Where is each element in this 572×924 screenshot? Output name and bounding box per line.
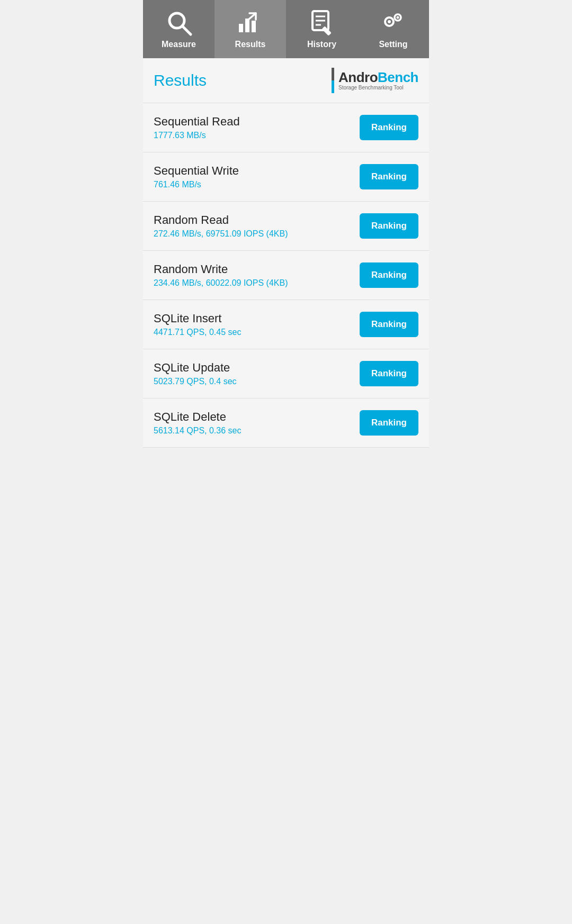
brand-bench: Bench (378, 69, 418, 85)
measure-icon (165, 9, 193, 37)
brand-name: AndroBench (338, 70, 418, 84)
result-value: 272.46 MB/s, 69751.09 IOPS (4KB) (154, 229, 360, 239)
ranking-button[interactable]: Ranking (360, 410, 418, 436)
result-value: 761.46 MB/s (154, 180, 360, 189)
result-value: 5023.79 QPS, 0.4 sec (154, 377, 360, 386)
svg-rect-3 (245, 19, 249, 32)
ranking-button[interactable]: Ranking (360, 213, 418, 239)
result-info: Random Read 272.46 MB/s, 69751.09 IOPS (… (154, 213, 360, 239)
result-value: 234.46 MB/s, 60022.09 IOPS (4KB) (154, 278, 360, 288)
result-name: SQLite Update (154, 361, 360, 375)
svg-line-5 (248, 13, 256, 20)
nav-item-measure[interactable]: Measure (143, 0, 215, 58)
history-icon (308, 9, 336, 37)
brand-bar-icon (332, 68, 334, 93)
svg-point-12 (388, 20, 391, 23)
ranking-button[interactable]: Ranking (360, 164, 418, 189)
page-title: Results (154, 71, 207, 89)
nav-item-results[interactable]: Results (215, 0, 286, 58)
svg-rect-2 (239, 24, 243, 32)
nav-label-results: Results (235, 40, 266, 49)
result-list: Sequential Read 1777.63 MB/s Ranking Seq… (143, 103, 429, 448)
result-name: SQLite Insert (154, 312, 360, 325)
result-name: Random Read (154, 213, 360, 227)
result-row: Sequential Read 1777.63 MB/s Ranking (143, 103, 429, 152)
result-name: Sequential Write (154, 164, 360, 178)
svg-point-14 (396, 16, 399, 19)
result-value: 4471.71 QPS, 0.45 sec (154, 328, 360, 337)
result-info: Sequential Write 761.46 MB/s (154, 164, 360, 189)
result-info: Sequential Read 1777.63 MB/s (154, 115, 360, 140)
results-header: Results AndroBench Storage Benchmarking … (143, 58, 429, 103)
result-row: SQLite Delete 5613.14 QPS, 0.36 sec Rank… (143, 398, 429, 448)
results-icon (237, 9, 264, 37)
top-nav: Measure Results History (143, 0, 429, 58)
result-info: SQLite Delete 5613.14 QPS, 0.36 sec (154, 410, 360, 436)
ranking-button[interactable]: Ranking (360, 115, 418, 140)
setting-icon (380, 9, 407, 37)
svg-rect-4 (252, 21, 256, 32)
result-row: Random Write 234.46 MB/s, 60022.09 IOPS … (143, 251, 429, 300)
brand-sub: Storage Benchmarking Tool (338, 85, 418, 90)
nav-label-history: History (307, 40, 336, 49)
result-info: SQLite Update 5023.79 QPS, 0.4 sec (154, 361, 360, 386)
result-info: Random Write 234.46 MB/s, 60022.09 IOPS … (154, 262, 360, 288)
brand-text: AndroBench Storage Benchmarking Tool (338, 70, 418, 90)
brand-logo: AndroBench Storage Benchmarking Tool (332, 68, 418, 93)
result-name: SQLite Delete (154, 410, 360, 424)
ranking-button[interactable]: Ranking (360, 361, 418, 386)
nav-item-setting[interactable]: Setting (358, 0, 429, 58)
result-name: Sequential Read (154, 115, 360, 129)
svg-line-1 (182, 26, 191, 34)
result-name: Random Write (154, 262, 360, 276)
nav-item-history[interactable]: History (286, 0, 358, 58)
result-row: SQLite Update 5023.79 QPS, 0.4 sec Ranki… (143, 349, 429, 398)
result-row: Sequential Write 761.46 MB/s Ranking (143, 152, 429, 202)
result-row: SQLite Insert 4471.71 QPS, 0.45 sec Rank… (143, 300, 429, 349)
brand-andro: Andro (338, 69, 378, 85)
ranking-button[interactable]: Ranking (360, 312, 418, 337)
result-info: SQLite Insert 4471.71 QPS, 0.45 sec (154, 312, 360, 337)
nav-label-setting: Setting (379, 40, 407, 49)
ranking-button[interactable]: Ranking (360, 262, 418, 288)
result-value: 1777.63 MB/s (154, 131, 360, 140)
nav-label-measure: Measure (162, 40, 196, 49)
result-value: 5613.14 QPS, 0.36 sec (154, 426, 360, 436)
result-row: Random Read 272.46 MB/s, 69751.09 IOPS (… (143, 202, 429, 251)
